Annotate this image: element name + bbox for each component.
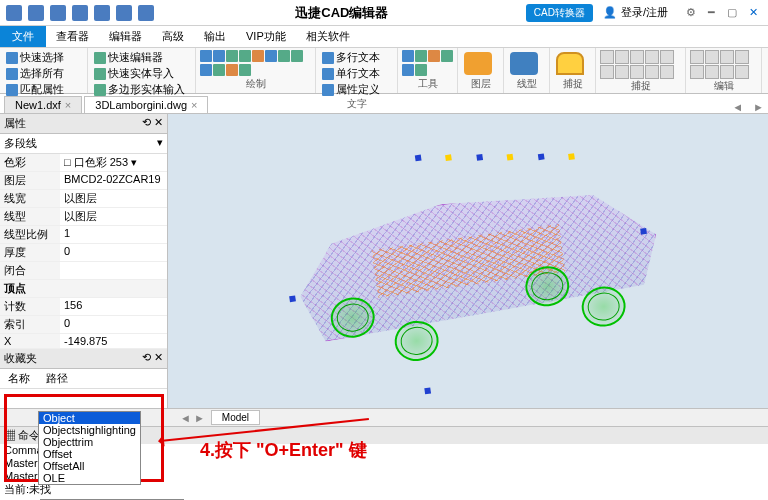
- draw-text-icon[interactable]: [226, 64, 238, 76]
- snap-icon[interactable]: [556, 52, 584, 75]
- file-menu[interactable]: 文件: [0, 26, 46, 47]
- tool-5-icon[interactable]: [402, 64, 414, 76]
- entity-import[interactable]: 快速实体导入: [92, 66, 191, 81]
- annotation-text: 4.按下 "O+Enter" 键: [200, 438, 367, 462]
- group-draw-label: 绘制: [200, 77, 311, 91]
- draw-spline-icon[interactable]: [265, 50, 277, 62]
- app-icon: [6, 5, 22, 21]
- group-line-label: 线型: [508, 77, 545, 91]
- favorites-columns: 名称 路径: [0, 369, 167, 389]
- autocomplete-item[interactable]: Offset: [39, 448, 140, 460]
- draw-line-icon[interactable]: [200, 50, 212, 62]
- undo-icon[interactable]: [116, 5, 132, 21]
- prop-thickness[interactable]: 0: [60, 244, 167, 261]
- maximize-icon[interactable]: ▢: [727, 6, 737, 19]
- prop-color[interactable]: □ 口色彩 253 ▾: [60, 154, 167, 171]
- prop-ltscale[interactable]: 1: [60, 226, 167, 243]
- mtext[interactable]: 多行文本: [320, 50, 393, 65]
- draw-dim-icon[interactable]: [239, 64, 251, 76]
- redo-icon[interactable]: [138, 5, 154, 21]
- menu-vip[interactable]: VIP功能: [236, 26, 296, 47]
- linetype-icon[interactable]: [510, 52, 538, 75]
- doc-tab-active[interactable]: 3DLamborgini.dwg×: [84, 96, 208, 113]
- drawing-viewport[interactable]: [168, 114, 768, 408]
- prop-layer[interactable]: BMCD2-02ZCAR19: [60, 172, 167, 189]
- minimize-icon[interactable]: ━: [708, 6, 715, 19]
- autocomplete-item[interactable]: Objecttrim: [39, 436, 140, 448]
- snap-grid[interactable]: [600, 50, 681, 79]
- attdef[interactable]: 属性定义: [320, 82, 393, 97]
- panel-controls-icon[interactable]: ⟲ ✕: [142, 351, 163, 366]
- settings-icon[interactable]: ⚙: [686, 6, 696, 19]
- draw-ellipse-icon[interactable]: [278, 50, 290, 62]
- menu-viewer[interactable]: 查看器: [46, 26, 99, 47]
- user-icon: 👤: [603, 6, 617, 19]
- tool-4-icon[interactable]: [441, 50, 453, 62]
- car-model: [266, 136, 670, 387]
- draw-point-icon[interactable]: [291, 50, 303, 62]
- menu-related[interactable]: 相关软件: [296, 26, 360, 47]
- new-icon[interactable]: [28, 5, 44, 21]
- group-edit-label: 编辑: [690, 79, 757, 93]
- converter-badge[interactable]: CAD转换器: [526, 4, 593, 22]
- menu-advanced[interactable]: 高级: [152, 26, 194, 47]
- tab-nav-right-icon[interactable]: ►: [749, 101, 768, 113]
- properties-header: 属性⟲ ✕: [0, 114, 167, 134]
- menu-editor[interactable]: 编辑器: [99, 26, 152, 47]
- quick-edit[interactable]: 快速编辑器: [92, 50, 191, 65]
- tool-1-icon[interactable]: [402, 50, 414, 62]
- draw-circle-icon[interactable]: [226, 50, 238, 62]
- tab-nav-left-icon[interactable]: ◄: [728, 101, 747, 113]
- draw-poly-icon[interactable]: [252, 50, 264, 62]
- chevron-down-icon: ▾: [157, 136, 163, 151]
- tool-6-icon[interactable]: [415, 64, 427, 76]
- draw-block-icon[interactable]: [213, 64, 225, 76]
- print-icon[interactable]: [94, 5, 110, 21]
- draw-rect-icon[interactable]: [239, 50, 251, 62]
- prop-section-vertex[interactable]: 顶点: [0, 280, 167, 297]
- autocomplete-popup[interactable]: Object Objectshighlighting Objecttrim Of…: [38, 411, 141, 485]
- prop-linetype[interactable]: 以图层: [60, 208, 167, 225]
- match-props[interactable]: 匹配属性: [4, 82, 83, 97]
- group-layer-label: 图层: [462, 77, 499, 91]
- tab-close-icon[interactable]: ×: [65, 99, 71, 111]
- open-icon[interactable]: [50, 5, 66, 21]
- close-icon[interactable]: ✕: [749, 6, 758, 19]
- prop-x[interactable]: -149.875: [60, 334, 167, 348]
- tool-3-icon[interactable]: [428, 50, 440, 62]
- autocomplete-item[interactable]: OffsetAll: [39, 460, 140, 472]
- group-text-label: 文字: [320, 97, 393, 111]
- favorites-header: 收藏夹⟲ ✕: [0, 349, 167, 369]
- group-snap-label: 捕捉: [554, 77, 591, 91]
- layer-icon[interactable]: [464, 52, 492, 75]
- prop-closed[interactable]: [60, 262, 167, 279]
- polygon-input[interactable]: 多边形实体输入: [92, 82, 191, 97]
- properties-table: 色彩□ 口色彩 253 ▾ 图层BMCD2-02ZCAR19 线宽以图层 线型以…: [0, 154, 167, 349]
- draw-arc-icon[interactable]: [213, 50, 225, 62]
- group-tool-label: 工具: [402, 77, 453, 91]
- save-icon[interactable]: [72, 5, 88, 21]
- stext[interactable]: 单行文本: [320, 66, 393, 81]
- tool-2-icon[interactable]: [415, 50, 427, 62]
- prop-count: 156: [60, 298, 167, 315]
- model-tab-nav[interactable]: ◄ ►: [180, 412, 205, 424]
- model-space-tab[interactable]: Model: [211, 410, 260, 425]
- doc-tab[interactable]: New1.dxf×: [4, 96, 82, 113]
- login-link[interactable]: 👤 登录/注册: [603, 5, 668, 20]
- prop-index[interactable]: 0: [60, 316, 167, 333]
- panel-controls-icon[interactable]: ⟲ ✕: [142, 116, 163, 131]
- draw-hatch-icon[interactable]: [200, 64, 212, 76]
- autocomplete-item[interactable]: Objectshighlighting: [39, 424, 140, 436]
- edit-grid[interactable]: [690, 50, 757, 79]
- autocomplete-item[interactable]: Object: [39, 412, 140, 424]
- app-title: 迅捷CAD编辑器: [160, 4, 524, 22]
- quick-select[interactable]: 快速选择: [4, 50, 83, 65]
- prop-lineweight[interactable]: 以图层: [60, 190, 167, 207]
- entity-selector[interactable]: 多段线▾: [0, 134, 167, 154]
- menu-output[interactable]: 输出: [194, 26, 236, 47]
- autocomplete-item[interactable]: OLE: [39, 472, 140, 484]
- tab-close-icon[interactable]: ×: [191, 99, 197, 111]
- group-snap2-label: 捕捉: [600, 79, 681, 93]
- select-all[interactable]: 选择所有: [4, 66, 83, 81]
